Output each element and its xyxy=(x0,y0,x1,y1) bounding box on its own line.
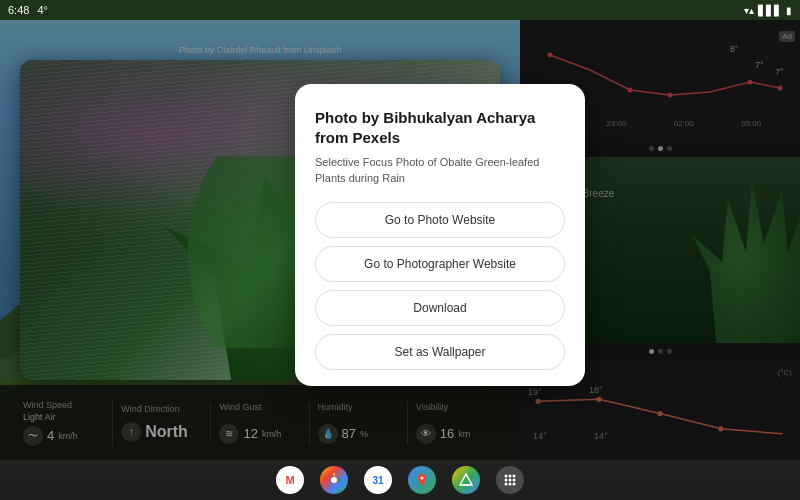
status-time: 6:48 xyxy=(8,4,29,16)
status-temperature: 4° xyxy=(37,4,48,16)
taskbar: M 31 xyxy=(0,460,800,500)
calendar-icon[interactable]: 31 xyxy=(364,466,392,494)
set-as-wallpaper-button[interactable]: Set as Wallpaper xyxy=(315,334,565,370)
photos-icon[interactable] xyxy=(320,466,348,494)
gmail-icon[interactable]: M xyxy=(276,466,304,494)
svg-point-21 xyxy=(509,475,512,478)
modal-overlay[interactable]: Photo by Bibhukalyan Acharya from Pexels… xyxy=(0,0,800,500)
apps-icon[interactable] xyxy=(496,466,524,494)
modal-title: Photo by Bibhukalyan Acharya from Pexels xyxy=(315,108,565,147)
modal-description: Selective Focus Photo of Obalte Green-le… xyxy=(315,155,565,186)
signal-icon: ▋▋▋ xyxy=(758,5,782,16)
svg-point-20 xyxy=(505,475,508,478)
svg-marker-18 xyxy=(460,474,472,485)
status-icons: ▾▴ ▋▋▋ ▮ xyxy=(744,5,792,16)
status-bar: 6:48 4° ▾▴ ▋▋▋ ▮ xyxy=(0,0,800,20)
wifi-icon: ▾▴ xyxy=(744,5,754,16)
download-button[interactable]: Download xyxy=(315,290,565,326)
go-to-photo-website-button[interactable]: Go to Photo Website xyxy=(315,202,565,238)
svg-point-24 xyxy=(509,479,512,482)
svg-point-28 xyxy=(513,483,516,486)
maps-icon[interactable] xyxy=(408,466,436,494)
svg-point-17 xyxy=(421,477,424,480)
svg-point-23 xyxy=(505,479,508,482)
drive-icon[interactable] xyxy=(452,466,480,494)
battery-icon: ▮ xyxy=(786,5,792,16)
go-to-photographer-website-button[interactable]: Go to Photographer Website xyxy=(315,246,565,282)
svg-point-16 xyxy=(331,477,337,483)
svg-point-27 xyxy=(509,483,512,486)
svg-point-22 xyxy=(513,475,516,478)
photo-info-modal: Photo by Bibhukalyan Acharya from Pexels… xyxy=(295,84,585,386)
svg-point-26 xyxy=(505,483,508,486)
svg-point-25 xyxy=(513,479,516,482)
